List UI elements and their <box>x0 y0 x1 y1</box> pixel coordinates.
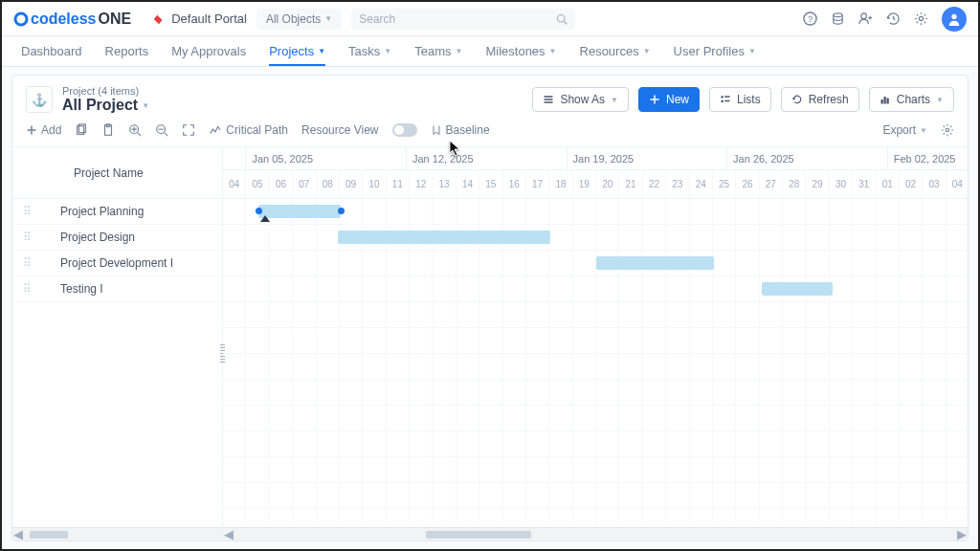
gear-icon[interactable] <box>914 11 928 26</box>
baseline-button[interactable]: Baseline <box>431 123 490 137</box>
row-name: Project Design <box>41 231 135 244</box>
svg-point-6 <box>861 13 867 19</box>
nav-milestones[interactable]: Milestones▼ <box>485 38 556 64</box>
gantt-row[interactable] <box>223 483 968 509</box>
day-header: 04 <box>947 170 968 198</box>
portal-selector[interactable]: Default Portal <box>152 11 247 26</box>
critical-path-button[interactable]: Critical Path <box>209 123 288 137</box>
week-header: Jan 26, 2025 <box>727 147 888 169</box>
day-header: 05 <box>246 170 269 198</box>
anchor-icon[interactable]: ⚓ <box>26 86 53 113</box>
svg-line-2 <box>564 21 567 24</box>
database-icon[interactable] <box>831 11 845 26</box>
settings-icon[interactable] <box>941 123 954 137</box>
nav-reports[interactable]: Reports <box>105 38 149 64</box>
page-subtitle: Project (4 items) <box>62 85 149 97</box>
day-header: 24 <box>690 170 713 198</box>
scrollbar-thumb[interactable] <box>30 531 68 539</box>
fullscreen-icon[interactable] <box>182 123 195 137</box>
drag-grip-icon[interactable]: ⠿ <box>12 282 41 296</box>
scrollbar-thumb[interactable] <box>426 531 531 539</box>
help-icon[interactable]: ? <box>803 11 817 26</box>
gantt-left-panel: Project Name ⠿Project Planning⠿Project D… <box>12 147 223 540</box>
gantt-bar[interactable] <box>258 205 341 218</box>
gantt-row[interactable] <box>223 431 968 457</box>
lists-button[interactable]: Lists <box>709 87 771 112</box>
svg-rect-10 <box>545 99 553 100</box>
nav-dashboard[interactable]: Dashboard <box>21 38 82 64</box>
portal-icon <box>152 12 166 26</box>
nav-tasks[interactable]: Tasks▼ <box>348 38 391 64</box>
svg-point-7 <box>919 16 923 20</box>
day-header: 25 <box>713 170 736 198</box>
main-nav: Dashboard Reports My Approvals Projects▼… <box>2 36 978 67</box>
gantt-row[interactable] <box>223 199 968 225</box>
day-header: 08 <box>317 170 340 198</box>
right-scrollbar[interactable]: ◀▶ <box>223 527 968 540</box>
gantt-bar[interactable] <box>596 256 714 270</box>
day-header: 14 <box>457 170 479 198</box>
user-add-icon[interactable] <box>858 11 873 26</box>
caret-down-icon: ▼ <box>748 47 756 55</box>
export-button[interactable]: Export▼ <box>882 123 927 137</box>
left-scrollbar[interactable]: ◀ <box>12 527 222 540</box>
gantt-bar[interactable] <box>762 282 833 296</box>
gantt-row[interactable] <box>223 302 968 328</box>
week-header: Feb 02, 2025 <box>888 147 968 169</box>
svg-rect-15 <box>724 100 729 102</box>
gantt-row[interactable] <box>223 328 968 354</box>
day-header: 16 <box>503 170 526 198</box>
avatar-icon <box>947 12 961 26</box>
search-icon <box>556 13 568 25</box>
drag-grip-icon[interactable]: ⠿ <box>12 231 41 244</box>
day-header: 27 <box>760 170 783 198</box>
table-row[interactable]: ⠿Project Development I <box>12 251 222 276</box>
show-as-button[interactable]: Show As▼ <box>532 87 629 112</box>
svg-line-24 <box>138 133 142 137</box>
timeline-days: 0405060708091011121314151617181920212223… <box>223 170 968 199</box>
day-header: 17 <box>526 170 549 198</box>
day-header: 10 <box>363 170 386 198</box>
zoom-out-icon[interactable] <box>155 123 168 137</box>
gantt-row[interactable] <box>223 276 968 302</box>
nav-my-approvals[interactable]: My Approvals <box>171 38 246 64</box>
caret-down-icon: ▼ <box>643 47 651 55</box>
table-row[interactable]: ⠿Project Design <box>12 225 222 251</box>
gantt-row[interactable] <box>223 457 968 483</box>
new-button[interactable]: New <box>638 87 700 112</box>
day-header: 19 <box>573 170 596 198</box>
refresh-button[interactable]: Refresh <box>781 87 859 112</box>
nav-projects[interactable]: Projects▼ <box>269 38 325 66</box>
gantt-row[interactable] <box>223 380 968 406</box>
resource-view-button[interactable]: Resource View <box>301 123 378 137</box>
gantt-row[interactable] <box>223 251 968 276</box>
day-header: 30 <box>830 170 853 198</box>
nav-user-profiles[interactable]: User Profiles▼ <box>674 38 756 64</box>
gantt-row[interactable] <box>223 406 968 431</box>
search-input[interactable]: Search <box>351 9 575 30</box>
gantt-row[interactable] <box>223 354 968 380</box>
day-header: 15 <box>479 170 502 198</box>
table-row[interactable]: ⠿Project Planning <box>12 199 222 225</box>
history-icon[interactable] <box>886 11 901 26</box>
object-selector[interactable]: All Objects ▼ <box>256 9 342 30</box>
drag-grip-icon[interactable]: ⠿ <box>12 256 41 270</box>
nav-teams[interactable]: Teams▼ <box>414 38 462 64</box>
gantt-bar[interactable] <box>338 231 550 244</box>
gantt-row[interactable] <box>223 225 968 251</box>
table-row[interactable]: ⠿Testing I <box>12 276 222 302</box>
caret-down-icon: ▼ <box>142 101 149 110</box>
zoom-in-icon[interactable] <box>128 123 142 137</box>
avatar[interactable] <box>942 7 967 32</box>
page-title[interactable]: All Project▼ <box>62 97 149 114</box>
paste-icon[interactable] <box>101 123 115 137</box>
drag-grip-icon[interactable]: ⠿ <box>12 205 41 218</box>
charts-button[interactable]: Charts▼ <box>869 87 954 112</box>
add-button[interactable]: Add <box>26 123 61 137</box>
nav-resources[interactable]: Resources▼ <box>580 38 651 64</box>
svg-point-8 <box>951 13 956 18</box>
svg-point-27 <box>946 128 949 132</box>
resource-view-toggle[interactable] <box>392 123 417 137</box>
day-header: 28 <box>783 170 806 198</box>
copy-icon[interactable] <box>75 123 88 137</box>
